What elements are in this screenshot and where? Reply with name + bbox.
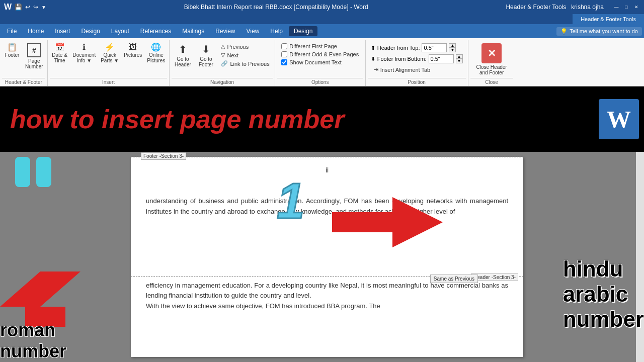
num1-overlay: 1	[277, 172, 305, 230]
quick-parts-btn[interactable]: ⚡ QuickParts ▼	[99, 42, 121, 64]
go-to-header-label: Go toHeader	[175, 56, 191, 67]
diff-first-page-checkbox[interactable]	[281, 43, 287, 49]
close-x-icon: ✕	[481, 43, 502, 63]
red-arrow-left	[0, 256, 91, 332]
close-btn[interactable]: ✕	[633, 4, 640, 11]
insert-alignment-tab-btn[interactable]: ⇥ Insert Alignment Tab	[371, 65, 463, 74]
page-num-icon: #	[27, 43, 41, 57]
left-overlay: roman number	[0, 152, 126, 362]
header-spin-up[interactable]: ▲	[449, 43, 456, 48]
tablet-col-2	[36, 157, 51, 187]
footer-spin-up[interactable]: ▲	[456, 54, 463, 59]
nav-group-label: Navigation	[172, 78, 272, 86]
yt-title: how to insert page number	[0, 104, 345, 134]
doc-page[interactable]: Footer -Section 3- ii understanding of b…	[131, 157, 523, 357]
diff-odd-even-label: Different Odd & Even Pages	[289, 51, 359, 57]
page-number-btn[interactable]: # PageNumber	[23, 42, 45, 70]
header-from-top-label: Header from Top:	[377, 45, 420, 51]
hf-tools-label: Header & Footer Tools	[506, 4, 566, 11]
ribbon-group-hf: 📋 Footer # PageNumber Header & Footer	[0, 40, 48, 86]
quick-parts-icon: ⚡	[105, 43, 115, 51]
insert-group-label: Insert	[50, 78, 168, 86]
menu-design[interactable]: Design	[76, 26, 105, 36]
footer-from-bottom-input[interactable]	[429, 54, 454, 63]
quick-access-redo[interactable]: ↪	[33, 4, 38, 11]
window-controls: — □ ✕	[613, 4, 640, 11]
date-time-btn[interactable]: 📅 Date &Time	[50, 42, 70, 64]
svg-marker-1	[332, 197, 443, 247]
quick-access-undo[interactable]: ↩	[25, 4, 30, 11]
next-icon: ▽	[221, 52, 225, 58]
maximize-btn[interactable]: □	[623, 4, 630, 11]
header-footer-btn[interactable]: 📋 Footer	[2, 42, 22, 59]
header-spin-down[interactable]: ▼	[449, 48, 456, 52]
next-label: Next	[227, 52, 238, 58]
tablet-icon-container	[15, 157, 51, 187]
link-to-prev-label: Link to Previous	[230, 61, 269, 67]
pictures-label: Pictures	[124, 52, 142, 58]
link-to-prev-btn[interactable]: 🔗 Link to Previous	[218, 59, 272, 68]
close-hf-btn[interactable]: ✕ Close Headerand Footer	[470, 41, 513, 77]
title-bar-right: Header & Footer Tools krishna ojha — □ ✕	[506, 4, 640, 11]
body-para-1: understanding of business and public adm…	[146, 196, 508, 217]
date-time-icon: 📅	[55, 43, 65, 51]
date-time-label: Date &Time	[52, 52, 67, 63]
menu-design-hf[interactable]: Design	[289, 26, 317, 36]
header-para-2: With the view to achieve same objective,…	[146, 301, 508, 312]
quick-access-more[interactable]: ▼	[41, 5, 46, 10]
header-top-icon: ⬆	[371, 45, 375, 51]
roman-number-overlay: roman number	[0, 320, 126, 362]
insert-alignment-label: Insert Alignment Tab	[380, 67, 430, 73]
ribbon: 📋 Footer # PageNumber Header & Footer 📅 …	[0, 38, 644, 86]
go-to-footer-btn[interactable]: ⬇ Go toFooter	[195, 42, 217, 68]
diff-odd-even-checkbox[interactable]	[281, 51, 287, 57]
arrow-svg	[332, 197, 443, 247]
header-from-top-input[interactable]	[422, 43, 447, 52]
document-info-btn[interactable]: ℹ DocumentInfo ▼	[71, 42, 98, 64]
menu-home[interactable]: Home	[23, 26, 49, 36]
menu-layout[interactable]: Layout	[106, 26, 134, 36]
minimize-btn[interactable]: —	[613, 4, 620, 11]
page-area: roman number Footer -Section 3- ii under…	[0, 152, 644, 362]
previous-btn[interactable]: △ Previous	[218, 42, 272, 51]
footer-roman-text: ii	[326, 166, 329, 174]
close-hf-label: Close Headerand Footer	[476, 64, 507, 75]
go-to-header-btn[interactable]: ⬆ Go toHeader	[172, 42, 194, 68]
footer-bottom-icon: ⬇	[371, 56, 375, 62]
hf-buttons: 📋 Footer # PageNumber	[2, 41, 45, 78]
menu-file[interactable]: File	[2, 26, 22, 36]
header-from-top-row: ⬆ Header from Top: ▲ ▼	[371, 43, 463, 52]
tablet-circles	[15, 157, 51, 187]
doc-title: Bibek Bhatt Intern Report real RBB.docx …	[46, 4, 506, 11]
go-to-footer-icon: ⬇	[202, 43, 210, 55]
close-group-label: Close	[470, 78, 513, 86]
doc-footer-area[interactable]: Footer -Section 3- ii	[131, 157, 523, 192]
pictures-btn[interactable]: 🖼 Pictures	[122, 42, 144, 59]
next-btn[interactable]: ▽ Next	[218, 51, 272, 59]
quick-parts-label: QuickParts ▼	[101, 52, 119, 63]
alignment-icon: ⇥	[374, 66, 378, 73]
online-pictures-btn[interactable]: 🌐 OnlinePictures	[145, 42, 167, 64]
doc-info-label: DocumentInfo ▼	[73, 52, 96, 63]
show-doc-text-row: Show Document Text	[281, 59, 359, 65]
menu-view[interactable]: View	[242, 26, 265, 36]
go-to-header-icon: ⬆	[179, 43, 187, 55]
hf-group-label: Header & Footer	[2, 78, 45, 86]
menu-insert[interactable]: Insert	[50, 26, 75, 36]
doc-header-area[interactable]: Header -Section 3- Same as Previous	[131, 251, 523, 277]
doc-scrollbar[interactable]	[636, 152, 644, 362]
menu-review[interactable]: Review	[210, 26, 240, 36]
position-group-label: Position	[368, 78, 466, 86]
same-as-prev-badge: Same as Previous	[430, 275, 478, 283]
menu-help[interactable]: Help	[265, 26, 288, 36]
footer-spin-down[interactable]: ▼	[456, 59, 463, 63]
diff-first-page-label: Different First Page	[289, 43, 337, 49]
quick-access-save[interactable]: 💾	[15, 4, 22, 11]
word-icon: W	[4, 3, 12, 12]
show-doc-text-checkbox[interactable]	[281, 59, 287, 65]
menu-mailings[interactable]: Mailings	[177, 26, 209, 36]
menu-references[interactable]: References	[135, 26, 176, 36]
word-logo: W	[599, 99, 639, 139]
previous-icon: △	[221, 43, 225, 50]
menu-search[interactable]: 💡 Tell me what you want to do	[556, 27, 642, 36]
